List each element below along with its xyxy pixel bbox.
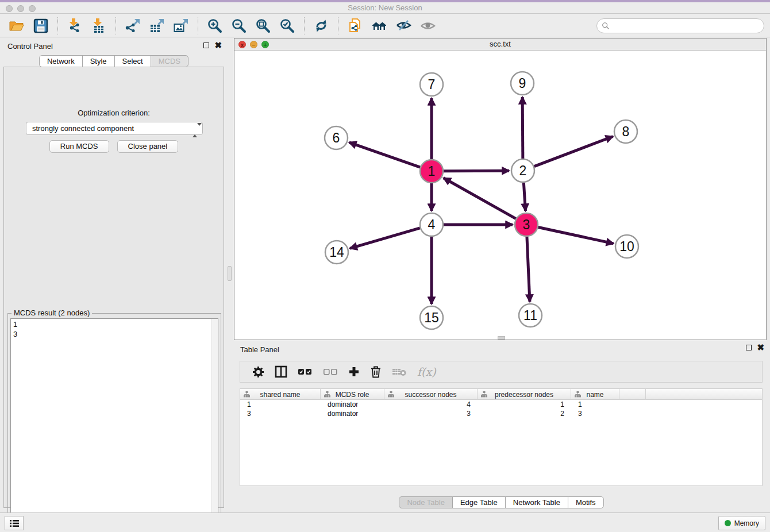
node-label-3: 3: [523, 217, 530, 232]
export-image-icon[interactable]: [172, 17, 190, 34]
network-canvas[interactable]: 7968124314101511: [235, 51, 767, 342]
tab-style[interactable]: Style: [82, 55, 115, 67]
status-bar: Memory: [0, 512, 770, 532]
home-icon[interactable]: [371, 17, 388, 34]
show-eye-icon[interactable]: [419, 17, 436, 34]
mcds-result-title: MCDS result (2 nodes): [11, 309, 92, 317]
search-input[interactable]: [610, 21, 764, 30]
table-row[interactable]: 1dominator411: [240, 400, 762, 409]
tab-node-table[interactable]: Node Table: [399, 496, 453, 508]
tab-select[interactable]: Select: [114, 55, 151, 67]
import-network-icon[interactable]: [66, 17, 83, 34]
toolbar-separator: [57, 17, 58, 34]
network-file-icon[interactable]: [346, 17, 364, 34]
memory-label: Memory: [734, 519, 759, 527]
column-header-name[interactable]: name: [571, 389, 619, 400]
deselect-all-icon[interactable]: [323, 365, 338, 379]
column-header-MCDS-role[interactable]: MCDS role: [321, 389, 384, 400]
edge-1-2[interactable]: [444, 171, 509, 171]
column-header-predecessor-nodes[interactable]: predecessor nodes: [478, 389, 571, 400]
task-history-button[interactable]: [5, 516, 24, 530]
edge-4-14[interactable]: [350, 228, 420, 248]
select-all-icon[interactable]: [298, 365, 313, 379]
open-folder-icon[interactable]: [8, 17, 25, 34]
criterion-value: strongly connected component: [32, 124, 134, 133]
node-label-11: 11: [523, 308, 537, 323]
control-panel-header: Control Panel ✖: [0, 38, 228, 53]
trash-icon[interactable]: [370, 365, 382, 379]
table-close-panel-icon[interactable]: ✖: [757, 345, 764, 350]
tab-network[interactable]: Network: [39, 55, 83, 67]
column-header-successor-nodes[interactable]: successor nodes: [384, 389, 478, 400]
network-window-title: scc.txt: [234, 38, 766, 50]
table-cell: 4: [384, 400, 478, 409]
table-float-panel-icon[interactable]: [746, 345, 752, 350]
mcds-result-text[interactable]: 13: [10, 318, 218, 526]
hide-eye-icon[interactable]: [395, 17, 412, 34]
memory-status-icon: [725, 520, 731, 526]
edge-2-8[interactable]: [534, 137, 613, 167]
edge-3-10[interactable]: [538, 227, 614, 243]
table-cell: dominator: [321, 400, 384, 409]
columns-icon[interactable]: [275, 365, 287, 379]
node-label-14: 14: [329, 245, 344, 260]
zoom-fit-icon[interactable]: [255, 17, 272, 34]
close-panel-icon[interactable]: ✖: [214, 43, 222, 48]
export-network-icon[interactable]: [124, 17, 141, 34]
node-table[interactable]: shared nameMCDS rolesuccessor nodesprede…: [240, 388, 763, 486]
result-scrollbar[interactable]: [211, 319, 218, 526]
network-window-titlebar[interactable]: x − + scc.txt: [234, 38, 766, 51]
network-hscroll-thumb[interactable]: [498, 336, 505, 340]
float-panel-icon[interactable]: [203, 43, 209, 48]
optimization-criterion-label: Optimization criterion:: [4, 109, 224, 117]
table-header-row: shared nameMCDS rolesuccessor nodesprede…: [240, 389, 762, 400]
panel-splitter-handle[interactable]: [228, 266, 232, 281]
control-panel-title: Control Panel: [7, 42, 53, 51]
network-close-icon[interactable]: x: [238, 41, 246, 48]
zoom-in-icon[interactable]: [206, 17, 224, 34]
zoom-selected-icon[interactable]: [279, 17, 296, 34]
search-box[interactable]: [596, 18, 764, 33]
add-row-icon[interactable]: [348, 365, 360, 379]
tab-motifs[interactable]: Motifs: [568, 496, 604, 508]
run-mcds-button[interactable]: Run MCDS: [49, 140, 109, 153]
node-label-9: 9: [519, 76, 526, 91]
column-header-shared-name[interactable]: shared name: [240, 389, 321, 400]
edge-3-11[interactable]: [527, 237, 530, 302]
zoom-out-icon[interactable]: [230, 17, 248, 34]
edge-2-3[interactable]: [523, 183, 525, 211]
export-table-icon[interactable]: [148, 17, 165, 34]
edge-3-1[interactable]: [444, 178, 516, 219]
close-panel-button[interactable]: Close panel: [117, 140, 179, 153]
table-panel-title: Table Panel: [240, 345, 279, 354]
gear-icon[interactable]: [252, 365, 264, 379]
refresh-icon[interactable]: [313, 17, 330, 34]
edge-1-6[interactable]: [349, 142, 421, 167]
node-label-2: 2: [519, 163, 527, 178]
edge-2-9[interactable]: [522, 97, 523, 159]
memory-button[interactable]: Memory: [718, 516, 765, 530]
node-label-8: 8: [622, 124, 630, 139]
table-cell: 3: [384, 409, 478, 418]
network-minimize-icon[interactable]: −: [250, 41, 257, 48]
table-cell: 2: [478, 409, 571, 418]
table-cell: 3: [571, 409, 619, 418]
node-label-10: 10: [619, 239, 634, 254]
column-label: MCDS role: [336, 391, 369, 399]
criterion-dropdown[interactable]: strongly connected component: [26, 122, 203, 135]
table-cell: dominator: [321, 409, 384, 418]
tab-network-table[interactable]: Network Table: [505, 496, 568, 508]
node-label-15: 15: [424, 310, 439, 325]
tab-mcds[interactable]: MCDS: [151, 55, 188, 67]
table-tabs: Node TableEdge TableNetwork TableMotifs: [233, 496, 770, 508]
tab-edge-table[interactable]: Edge Table: [452, 496, 506, 508]
search-icon: [602, 22, 610, 30]
app-title: Session: New Session: [0, 3, 770, 12]
network-maximize-icon[interactable]: +: [261, 41, 269, 48]
control-panel-content: Optimization criterion: strongly connect…: [3, 67, 224, 508]
save-icon[interactable]: [32, 17, 49, 34]
table-row[interactable]: 3dominator323: [240, 409, 762, 418]
import-table-icon[interactable]: [90, 17, 107, 34]
main-area: Control Panel ✖ NetworkStyleSelectMCDS O…: [0, 37, 770, 512]
table-cell: 1: [571, 400, 619, 409]
